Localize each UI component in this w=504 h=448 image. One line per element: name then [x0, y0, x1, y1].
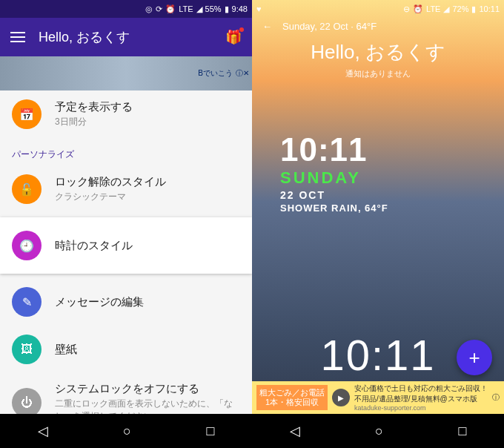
add-fab[interactable]: +: [457, 340, 492, 375]
system-lock-item[interactable]: ⏻ システムロックをオフにする 二重にロック画面を表示しないために、「なし」を選…: [0, 373, 252, 414]
battery-icon: ▮: [225, 4, 229, 14]
lock-icon: 🔓: [12, 174, 42, 204]
app-header: Hello, おるくす 🎁: [0, 18, 252, 56]
menu-icon[interactable]: [10, 32, 25, 42]
item-title: 予定を表示する: [55, 100, 133, 114]
settings-list: 📅 予定を表示する 3日間分 パーソナライズ 🔓 ロック解除のスタイル クラシッ…: [0, 90, 252, 414]
widget-day: SUNDAY: [280, 168, 504, 188]
battery-icon: ▮: [471, 4, 476, 14]
nav-bar: ◁ ○ □: [252, 414, 504, 448]
recent-button[interactable]: □: [458, 424, 466, 439]
personalize-section: パーソナライズ: [0, 138, 252, 165]
nav-bar: ◁ ○ □: [0, 414, 252, 448]
item-sub: 3日間分: [55, 116, 133, 128]
plus-icon: +: [468, 346, 480, 369]
ad-left: 粗大ごみ／お電話 1本・格安回収: [256, 385, 328, 410]
widget-time: 10:11: [280, 131, 504, 168]
gift-icon[interactable]: 🎁: [225, 29, 242, 45]
heart-icon: ♥: [256, 4, 262, 13]
back-button[interactable]: ◁: [290, 423, 300, 439]
banner-tag: Bでいこう: [198, 68, 233, 79]
status-time: 10:11: [479, 4, 500, 13]
alarm-icon: ⏰: [413, 4, 423, 14]
home-button[interactable]: ○: [375, 424, 383, 439]
item-title: 壁紙: [55, 343, 77, 357]
status-time: 9:48: [232, 4, 248, 13]
dot: ·: [351, 21, 356, 32]
clock-style-item[interactable]: 🕘 時計のスタイル: [0, 217, 252, 274]
ad-banner[interactable]: Bでいこう ⓘ✕: [0, 56, 252, 90]
battery-text: 72%: [452, 4, 468, 13]
date-text: Sunday, 22 Oct: [282, 21, 348, 32]
date-bar: ← Sunday, 22 Oct · 64°F: [252, 18, 504, 35]
message-edit-item[interactable]: ✎ メッセージの編集: [0, 278, 252, 326]
item-title: ロック解除のスタイル: [55, 175, 166, 189]
home-button[interactable]: ○: [123, 424, 131, 439]
clock-widget: 10:11 SUNDAY 22 OCT SHOWER RAIN, 64°F: [252, 131, 504, 214]
item-title: 時計のスタイル: [55, 239, 133, 253]
greeting-text: Hello, おるくす: [252, 39, 504, 65]
item-title: メッセージの編集: [55, 295, 144, 309]
image-icon: 🖼: [12, 335, 42, 364]
back-arrow-icon[interactable]: ←: [262, 21, 272, 32]
left-phone: ◎ ⟳ ⏰ LTE ◢ 55% ▮ 9:48 Hello, おるくす 🎁 Bでい…: [0, 0, 252, 448]
sync-icon: ⟳: [156, 4, 162, 14]
header-title: Hello, おるくす: [39, 28, 225, 46]
status-bar: ◎ ⟳ ⏰ LTE ◢ 55% ▮ 9:48: [0, 0, 252, 18]
schedule-item[interactable]: 📅 予定を表示する 3日間分: [0, 90, 252, 138]
cast-icon: ◎: [145, 4, 153, 14]
item-title: システムロックをオフにする: [55, 382, 240, 396]
wallpaper-item[interactable]: 🖼 壁紙: [0, 326, 252, 373]
back-button[interactable]: ◁: [38, 423, 48, 439]
item-sub: 二重にロック画面を表示しないために、「なし」を選択してください: [55, 398, 240, 414]
item-sub: クラシックテーマ: [55, 191, 166, 203]
temp-text: 64°F: [357, 21, 377, 32]
widget-weather: SHOWER RAIN, 64°F: [280, 202, 504, 214]
ad-info-icon[interactable]: ⓘ: [492, 392, 500, 403]
lte-icon: LTE: [179, 4, 193, 13]
thin-time: 10:11: [320, 330, 435, 380]
clock-icon: 🕘: [12, 231, 42, 260]
ad-line1: 安心価格で土日も対応の粗大ごみ回収！: [354, 383, 488, 394]
recent-button[interactable]: □: [206, 424, 214, 439]
ad-line2: 不用品/遺品整理/見積無料@スマホ版: [354, 394, 488, 404]
no-notification-text: 通知はありません: [252, 68, 504, 79]
bottom-ad[interactable]: 粗大ごみ／お電話 1本・格安回収 ▶ 安心価格で土日も対応の粗大ごみ回収！ 不用…: [252, 381, 504, 414]
ad-play-icon: ▶: [332, 389, 350, 406]
signal-icon: ◢: [443, 4, 449, 14]
calendar-icon: 📅: [12, 99, 42, 129]
unlock-style-item[interactable]: 🔓 ロック解除のスタイル クラシックテーマ: [0, 165, 252, 213]
lte-icon: LTE: [426, 4, 440, 13]
signal-icon: ◢: [196, 4, 202, 14]
power-icon: ⏻: [12, 388, 42, 415]
ad-close-icon[interactable]: ⓘ✕: [236, 68, 249, 79]
widget-date: 22 OCT: [280, 189, 504, 201]
right-phone: ♥ ⊖ ⏰ LTE ◢ 72% ▮ 10:11 ← Sunday, 22 Oct…: [252, 0, 504, 448]
dnd-icon: ⊖: [403, 4, 410, 14]
battery-text: 55%: [205, 4, 222, 13]
pencil-icon: ✎: [12, 287, 42, 317]
alarm-icon: ⏰: [165, 4, 176, 14]
status-bar: ♥ ⊖ ⏰ LTE ◢ 72% ▮ 10:11: [252, 0, 504, 18]
ad-url: kataduke-supporter.com: [354, 404, 488, 412]
